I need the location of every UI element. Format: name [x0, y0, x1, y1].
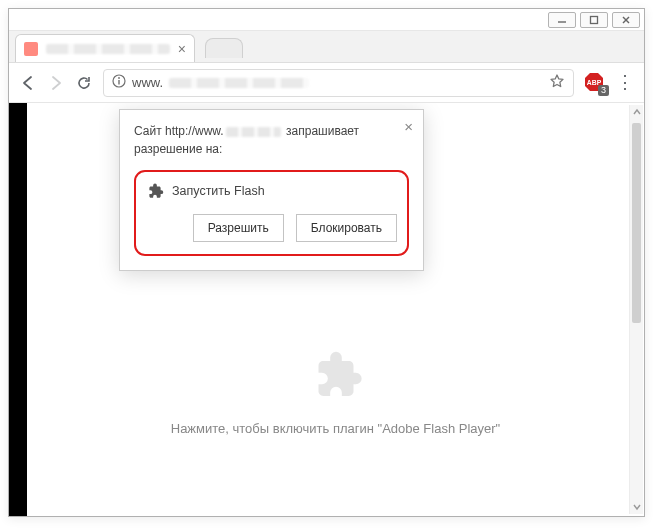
vertical-scrollbar[interactable] [629, 105, 643, 514]
star-icon [549, 73, 565, 89]
popup-message-line2: разрешение на: [134, 142, 222, 156]
browser-window: × www. ABP 3 ⋮ [8, 8, 645, 517]
page-left-margin [9, 103, 27, 516]
chevron-up-icon [633, 108, 641, 116]
abp-badge-count: 3 [598, 85, 609, 96]
arrow-left-icon [19, 74, 37, 92]
maximize-icon [589, 15, 599, 25]
block-button[interactable]: Блокировать [296, 214, 397, 242]
url-text: www. [132, 75, 163, 90]
allow-button[interactable]: Разрешить [193, 214, 284, 242]
popup-highlight-box: Запустить Flash Разрешить Блокировать [134, 170, 409, 256]
close-icon [621, 15, 631, 25]
url-redacted [169, 78, 309, 88]
flash-placeholder-text: Нажмите, чтобы включить плагин "Adobe Fl… [171, 421, 500, 436]
back-button[interactable] [19, 74, 37, 92]
plugin-icon [146, 182, 164, 200]
info-icon [112, 74, 126, 88]
permission-item-label: Запустить Flash [172, 184, 265, 198]
forward-button [47, 74, 65, 92]
scroll-down-button[interactable] [630, 500, 643, 514]
site-info-icon[interactable] [112, 74, 126, 92]
popup-message-part1: Сайт http://www. [134, 124, 224, 138]
reload-button[interactable] [75, 74, 93, 92]
browser-menu-button[interactable]: ⋮ [616, 79, 634, 86]
window-close-button[interactable] [612, 12, 640, 28]
minimize-icon [557, 15, 567, 25]
new-tab-button[interactable] [205, 38, 243, 58]
tab-strip: × [9, 31, 644, 63]
bookmark-button[interactable] [549, 73, 565, 93]
system-titlebar [9, 9, 644, 31]
popup-message-part2: запрашивает [283, 124, 359, 138]
scrollbar-thumb[interactable] [632, 123, 641, 323]
tab-close-button[interactable]: × [178, 42, 186, 56]
abp-extension-button[interactable]: ABP 3 [584, 72, 606, 94]
tab-favicon [24, 42, 38, 56]
reload-icon [76, 75, 92, 91]
popup-message: Сайт http://www. запрашивает разрешение … [134, 122, 409, 158]
svg-rect-1 [591, 16, 598, 23]
tab-title-redacted [46, 44, 170, 54]
chevron-down-icon [633, 503, 641, 511]
puzzle-piece-icon [308, 347, 364, 407]
scroll-up-button[interactable] [630, 105, 643, 119]
permission-item: Запустить Flash [146, 182, 397, 200]
content-area: Нажмите, чтобы включить плагин "Adobe Fl… [9, 103, 644, 516]
popup-close-button[interactable]: × [404, 118, 413, 135]
popup-url-redacted [226, 127, 281, 137]
address-bar[interactable]: www. [103, 69, 574, 97]
svg-text:ABP: ABP [587, 78, 602, 85]
maximize-button[interactable] [580, 12, 608, 28]
minimize-button[interactable] [548, 12, 576, 28]
permission-popup: × Сайт http://www. запрашивает разрешени… [119, 109, 424, 271]
svg-point-5 [118, 77, 120, 79]
svg-rect-6 [118, 80, 119, 85]
toolbar: www. ABP 3 ⋮ [9, 63, 644, 103]
active-tab[interactable]: × [15, 34, 195, 62]
arrow-right-icon [47, 74, 65, 92]
